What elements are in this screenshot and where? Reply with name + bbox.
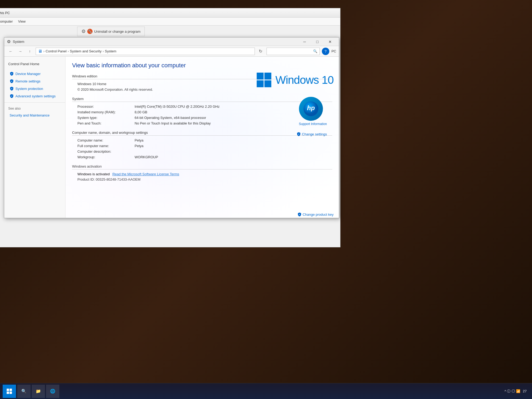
computer-name-value: Petya xyxy=(135,138,332,142)
system-protection-label: System protection xyxy=(15,87,43,91)
window-controls: ─ □ ✕ xyxy=(298,38,336,46)
sidebar-security-maintenance[interactable]: Security and Maintenance xyxy=(4,112,65,119)
search-icon: 🔍 xyxy=(313,49,317,53)
hp-support-text[interactable]: Support Information xyxy=(299,122,327,126)
taskbar-time: 27 xyxy=(523,389,527,393)
system-info-grid: Processor: Intel(R) Core(TM) i3-5020U CP… xyxy=(77,105,332,125)
sidebar-item-system-protection[interactable]: System protection xyxy=(4,85,65,92)
sidebar-item-remote-settings[interactable]: Remote settings xyxy=(4,77,65,85)
taskbar: 🔍 📁 🌐 ^ ⓘ 🖵 📶 27 xyxy=(0,383,532,399)
uninstall-tab-label: Uninstall or change a program xyxy=(94,30,140,34)
sidebar-item-device-manager[interactable]: Device Manager xyxy=(4,70,65,77)
taskbar-item-explorer[interactable]: 📁 xyxy=(32,385,45,398)
change-settings-link[interactable]: Change settings xyxy=(297,132,327,136)
product-id-label: Product ID: xyxy=(77,177,95,181)
shield-icon-advanced xyxy=(10,94,14,98)
processor-label: Processor: xyxy=(77,105,131,109)
taskbar-tray: ^ ⓘ 🖵 📶 27 xyxy=(505,389,529,394)
advanced-settings-label: Advanced system settings xyxy=(15,94,56,98)
windows-logo-area: Windows 10 xyxy=(257,73,334,87)
breadcrumb-system[interactable]: System xyxy=(105,49,116,53)
title-left: ⚙ System xyxy=(7,39,24,44)
change-product-key-link[interactable]: Change product key xyxy=(297,212,334,217)
system-section-header: System xyxy=(72,97,332,102)
sidebar: Control Panel Home Device Manager Remote… xyxy=(4,57,65,218)
svg-rect-2 xyxy=(7,389,9,391)
breadcrumb-control-panel[interactable]: Control Panel xyxy=(45,49,66,53)
hp-logo-area: hp Support Information xyxy=(299,97,327,126)
close-button[interactable]: ✕ xyxy=(324,38,336,46)
breadcrumb-security[interactable]: System and Security xyxy=(70,49,101,53)
product-key-shield-icon xyxy=(297,212,302,217)
content-area: Control Panel Home Device Manager Remote… xyxy=(4,57,339,218)
menu-computer[interactable]: Computer xyxy=(0,19,13,23)
maximize-button[interactable]: □ xyxy=(311,38,323,46)
page-title: View basic information about your comput… xyxy=(72,62,332,69)
breadcrumb-bar[interactable]: 🖥 › Control Panel › System and Security … xyxy=(36,48,255,55)
minimize-button[interactable]: ─ xyxy=(298,38,311,46)
sidebar-divider xyxy=(4,102,65,103)
settings-icon: ⚙ xyxy=(81,28,86,34)
workgroup-label: Workgroup: xyxy=(77,155,131,159)
address-bar: ← → ↑ 🖥 › Control Panel › System and Sec… xyxy=(4,46,339,57)
refresh-button[interactable]: ↻ xyxy=(257,48,264,55)
back-button[interactable]: ← xyxy=(7,48,14,55)
pc-label: PC xyxy=(331,49,336,53)
flag-quad-3 xyxy=(257,80,264,87)
windows-start-icon xyxy=(6,388,13,394)
flag-quad-4 xyxy=(264,80,271,87)
window-titlebar: ⚙ System ─ □ ✕ xyxy=(4,38,339,46)
activation-status: Windows is activated xyxy=(77,172,110,176)
change-settings-label: Change settings xyxy=(302,132,327,136)
full-computer-name-value: Petya xyxy=(135,144,332,148)
change-settings-shield-icon xyxy=(297,132,301,136)
up-button[interactable]: ↑ xyxy=(26,48,34,55)
shield-icon-protection xyxy=(10,86,14,91)
svg-text:hp: hp xyxy=(307,104,315,111)
windows-logo-text: Windows 10 xyxy=(275,74,334,86)
uninstall-icon: 🔧 xyxy=(87,29,93,34)
window-title-text: System xyxy=(13,40,24,44)
search-box[interactable]: 🔍 xyxy=(267,48,320,55)
workgroup-value: WORKGROUP xyxy=(135,155,332,159)
activation-section: Windows activation Windows is activated … xyxy=(72,164,332,181)
computer-desc-label: Computer description: xyxy=(77,149,131,153)
flag-quad-1 xyxy=(257,73,264,80)
system-title-icon: ⚙ xyxy=(7,39,11,44)
see-also-label: See also xyxy=(4,105,65,112)
security-maintenance-label: Security and Maintenance xyxy=(10,113,49,117)
product-id-value: 00325-80248-71433-AAOEM xyxy=(96,177,140,181)
help-button[interactable]: ? xyxy=(322,48,329,55)
ram-label: Installed memory (RAM): xyxy=(77,110,131,114)
breadcrumb-icon: 🖥 xyxy=(38,49,42,54)
windows-flag-icon xyxy=(257,73,271,87)
shield-icon-device xyxy=(10,72,14,76)
sidebar-item-advanced-settings[interactable]: Advanced system settings xyxy=(4,92,65,100)
change-product-key-label: Change product key xyxy=(303,213,334,217)
forward-button[interactable]: → xyxy=(16,48,24,55)
system-window: ⚙ System ─ □ ✕ ← → ↑ 🖥 › Control Panel ›… xyxy=(4,37,339,218)
activation-section-header: Windows activation xyxy=(72,164,332,169)
hp-logo-svg: hp xyxy=(303,101,319,117)
remote-settings-label: Remote settings xyxy=(15,79,40,83)
sidebar-home[interactable]: Control Panel Home xyxy=(4,61,65,67)
taskbar-item-chrome[interactable]: 🌐 xyxy=(46,385,59,398)
computer-name-section: Computer name, domain, and workgroup set… xyxy=(72,131,332,159)
tray-icons: ^ ⓘ 🖵 📶 xyxy=(505,389,520,394)
copyright-value: © 2020 Microsoft Corporation. All rights… xyxy=(77,88,332,92)
computer-desc-value xyxy=(135,149,332,153)
computer-section-header: Computer name, domain, and workgroup set… xyxy=(72,131,332,136)
activation-link[interactable]: Read the Microsoft Software License Term… xyxy=(112,172,179,176)
flag-quad-2 xyxy=(264,73,271,80)
menu-view[interactable]: View xyxy=(18,19,26,23)
svg-rect-4 xyxy=(7,392,9,394)
hp-logo: hp xyxy=(299,97,323,121)
full-computer-name-label: Full computer name: xyxy=(77,144,131,148)
system-type-label: System type: xyxy=(77,116,131,120)
start-button[interactable] xyxy=(3,385,16,398)
uninstall-tab[interactable]: ⚙ 🔧 Uninstall or change a program xyxy=(77,27,145,36)
taskbar-item-search[interactable]: 🔍 xyxy=(17,385,31,398)
main-content: View basic information about your comput… xyxy=(65,57,339,218)
product-id-row: Product ID: 00325-80248-71433-AAOEM xyxy=(77,177,332,181)
bg-window-titlebar: This PC xyxy=(0,8,340,18)
